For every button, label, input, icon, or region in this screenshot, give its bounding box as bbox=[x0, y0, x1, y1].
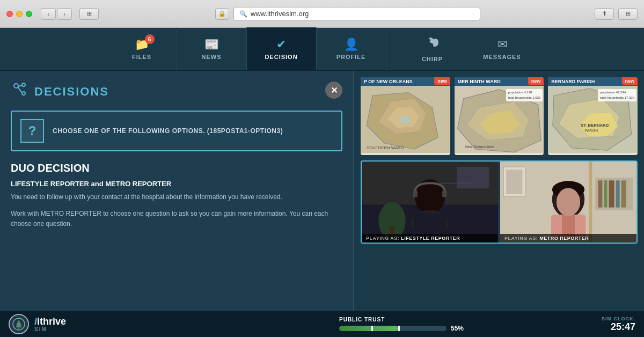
svg-text:New Orleans Area: New Orleans Area bbox=[465, 145, 494, 149]
fullscreen-button[interactable] bbox=[26, 11, 32, 17]
svg-rect-30 bbox=[442, 191, 447, 197]
chirp-icon bbox=[425, 35, 440, 54]
svg-line-4 bbox=[18, 87, 22, 93]
files-badge: 6 bbox=[145, 34, 155, 44]
logo-emblem bbox=[9, 314, 29, 334]
map-cards-row: P OF NEW ORLEANS new SOUTHERN WARD MER N… bbox=[361, 77, 638, 155]
svg-rect-24 bbox=[457, 167, 489, 188]
url-text: www.ithrivesim.org bbox=[251, 10, 309, 18]
nav-item-files[interactable]: 📁 6 FILES bbox=[107, 27, 177, 70]
map-card-1-new-badge: new bbox=[434, 77, 450, 85]
decisions-title: DECISIONS bbox=[34, 85, 109, 99]
map-card-1[interactable]: P OF NEW ORLEANS new SOUTHERN WARD bbox=[361, 77, 450, 155]
video-area: PLAYING AS: LIFESTYLE REPORTER bbox=[361, 160, 638, 244]
nav-label-news: NEWS bbox=[202, 54, 222, 60]
nav-label-files: FILES bbox=[132, 54, 151, 60]
nav-item-messages[interactable]: ✉ MESSAGES bbox=[467, 27, 537, 70]
decisions-header: DECISIONS bbox=[11, 82, 342, 102]
address-bar-area: 🔒 🔍 www.ithrivesim.org bbox=[105, 7, 590, 21]
decisions-panel: DECISIONS ✕ ? CHOOSE ONE OF THE FOLLOWIN… bbox=[0, 71, 354, 311]
video-pane-lifestyle: PLAYING AS: LIFESTYLE REPORTER bbox=[362, 162, 498, 243]
logo-area: iithrive SIM bbox=[9, 314, 116, 334]
grid-button[interactable]: ⊞ bbox=[618, 8, 638, 20]
map-card-3-new-badge: new bbox=[622, 77, 638, 85]
trust-label: PUBLIC TRUST bbox=[339, 317, 584, 323]
bottom-bar: iithrive SIM PUBLIC TRUST 55% SIM CLOCK.… bbox=[0, 311, 644, 337]
nav-item-chirp[interactable]: CHIRP bbox=[398, 27, 467, 70]
logo-text-area: iithrive SIM bbox=[34, 317, 66, 332]
svg-rect-9 bbox=[399, 116, 410, 123]
nav-label-decision: DECISION bbox=[265, 54, 297, 60]
browser-nav-buttons: ‹ › bbox=[41, 8, 72, 20]
trust-marker bbox=[371, 326, 373, 331]
question-box: ? CHOOSE ONE OF THE FOLLOWING OPTIONS. (… bbox=[11, 111, 342, 151]
nav-item-decision[interactable]: ✔ DECISION bbox=[247, 27, 317, 70]
app-navbar: 📁 6 FILES 📰 NEWS ✔ DECISION 👤 PROFILE CH… bbox=[0, 28, 644, 71]
profile-icon: 👤 bbox=[344, 38, 358, 52]
browser-right-buttons: ⬆ ⊞ bbox=[595, 8, 638, 20]
traffic-lights bbox=[6, 11, 32, 17]
map-card-1-body: SOUTHERN WARD bbox=[361, 86, 450, 153]
forward-button[interactable]: › bbox=[57, 8, 72, 20]
video-label-metro: PLAYING AS: METRO REPORTER bbox=[500, 234, 636, 243]
nav-item-profile[interactable]: 👤 PROFILE bbox=[317, 27, 386, 70]
map2-stat-households: total households 1,625 bbox=[508, 96, 540, 101]
reporters-subtitle: LIFESTYLE REPORTER and METRO REPORTER bbox=[11, 180, 342, 188]
description-2: Work with METRO REPORTER to choose one q… bbox=[11, 209, 342, 229]
trust-bar-background bbox=[339, 326, 447, 331]
svg-rect-45 bbox=[604, 180, 607, 207]
window-toggle-button[interactable]: ⊞ bbox=[79, 8, 99, 20]
nav-divider bbox=[392, 33, 392, 65]
map-card-2-new-badge: new bbox=[528, 77, 544, 85]
trust-row: 55% bbox=[339, 325, 584, 332]
sim-clock-time: 25:47 bbox=[602, 321, 635, 333]
address-bar[interactable]: 🔍 www.ithrivesim.org bbox=[233, 7, 480, 21]
close-button[interactable]: ✕ bbox=[325, 82, 342, 99]
svg-rect-37 bbox=[589, 162, 592, 243]
news-icon: 📰 bbox=[204, 38, 219, 52]
description-1: You need to follow up with your contact … bbox=[11, 192, 342, 202]
trust-area: PUBLIC TRUST 55% bbox=[339, 317, 584, 332]
map-card-2[interactable]: MER NINTH WARD new New Orleans Area popu… bbox=[455, 77, 544, 155]
map3-stat-population: population 47,244 bbox=[600, 90, 634, 96]
svg-rect-29 bbox=[413, 191, 418, 197]
messages-icon: ✉ bbox=[497, 38, 507, 52]
svg-rect-47 bbox=[616, 180, 620, 207]
files-icon: 📁 6 bbox=[135, 38, 149, 52]
trust-percentage: 55% bbox=[451, 325, 464, 332]
question-mark-icon: ? bbox=[20, 119, 44, 143]
svg-point-42 bbox=[557, 188, 580, 216]
svg-rect-32 bbox=[414, 213, 446, 235]
main-content: DECISIONS ✕ ? CHOOSE ONE OF THE FOLLOWIN… bbox=[0, 71, 644, 311]
security-icon: 🔒 bbox=[215, 8, 229, 20]
svg-rect-46 bbox=[609, 180, 614, 207]
logo-sub: SIM bbox=[34, 326, 66, 332]
nav-label-chirp: CHIRP bbox=[422, 56, 443, 62]
svg-rect-52 bbox=[18, 327, 19, 329]
svg-rect-44 bbox=[598, 180, 602, 207]
decisions-icon bbox=[11, 82, 28, 102]
map2-stat-population: population 4,178 bbox=[508, 90, 540, 96]
nav-item-news[interactable]: 📰 NEWS bbox=[177, 27, 247, 70]
minimize-button[interactable] bbox=[16, 11, 23, 17]
svg-point-1 bbox=[22, 83, 25, 86]
map-card-3[interactable]: BERNARD PARISH new ST. BERNARD PARISH po… bbox=[548, 77, 638, 155]
duo-decision-title: DUO DECISION bbox=[11, 162, 342, 174]
svg-point-2 bbox=[22, 92, 25, 95]
sim-clock-area: SIM CLOCK. 25:47 bbox=[602, 316, 635, 333]
svg-text:PARISH: PARISH bbox=[585, 129, 598, 133]
mac-titlebar: ‹ › ⊞ 🔒 🔍 www.ithrivesim.org ⬆ ⊞ bbox=[0, 0, 644, 28]
back-button[interactable]: ‹ bbox=[41, 8, 56, 20]
question-text: CHOOSE ONE OF THE FOLLOWING OPTIONS. (18… bbox=[53, 127, 283, 135]
search-icon: 🔍 bbox=[239, 10, 247, 18]
nav-label-profile: PROFILE bbox=[336, 54, 366, 60]
close-button[interactable] bbox=[6, 11, 13, 17]
trust-bar-fill bbox=[339, 326, 398, 331]
nav-label-messages: MESSAGES bbox=[483, 54, 521, 60]
trust-marker-2 bbox=[398, 326, 400, 331]
right-panel: P OF NEW ORLEANS new SOUTHERN WARD MER N… bbox=[354, 71, 644, 311]
logo-name: iithrive bbox=[34, 317, 66, 326]
video-pane-metro: PLAYING AS: METRO REPORTER bbox=[500, 162, 636, 243]
video-label-lifestyle: PLAYING AS: LIFESTYLE REPORTER bbox=[362, 234, 498, 243]
share-button[interactable]: ⬆ bbox=[595, 8, 614, 20]
